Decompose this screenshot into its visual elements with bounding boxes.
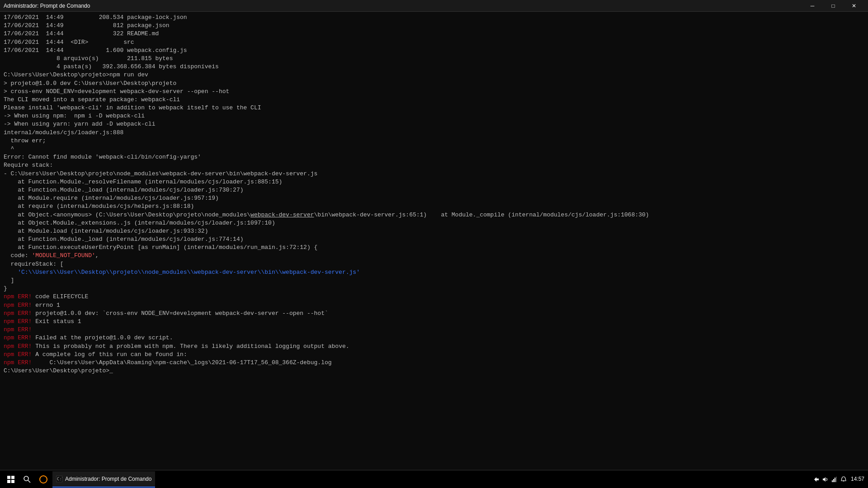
terminal-output: 17/06/2021 14:49 208.534 package-lock.js… — [0, 12, 868, 470]
svg-rect-2 — [7, 480, 10, 483]
terminal-line: Error: Cannot find module 'webpack-cli/b… — [4, 153, 864, 161]
svg-marker-10 — [823, 477, 826, 482]
start-button[interactable] — [4, 472, 18, 487]
terminal-lines: 17/06/2021 14:49 208.534 package-lock.js… — [4, 14, 864, 375]
svg-rect-13 — [835, 478, 835, 482]
terminal-line: at Function.Module._load (internal/modul… — [4, 235, 864, 244]
terminal-line: npm ERR! A complete log of this run can … — [4, 351, 864, 359]
terminal-line: at Object.Module._extensions..js (intern… — [4, 219, 864, 227]
terminal-line: npm ERR! This is probably not a problem … — [4, 343, 864, 351]
tray-arrow-icon[interactable] — [813, 476, 820, 483]
terminal-line: The CLI moved into a separate package: w… — [4, 96, 864, 104]
svg-rect-14 — [836, 477, 837, 482]
terminal-line: npm ERR! Exit status 1 — [4, 318, 864, 326]
terminal-line: Require stack: — [4, 161, 864, 169]
svg-point-4 — [24, 476, 28, 481]
terminal-line: at Function.executeUserEntryPoint [as ru… — [4, 244, 864, 252]
title-bar: Administrador: Prompt de Comando ─ □ ✕ — [0, 0, 868, 12]
terminal-line: npm ERR! errno 1 — [4, 301, 864, 310]
terminal-line: 17/06/2021 14:49 812 package.json — [4, 22, 864, 30]
tray-icons — [813, 476, 847, 483]
terminal-line: at Module.require (internal/modules/cjs/… — [4, 194, 864, 202]
tray-speaker-icon[interactable] — [822, 476, 829, 483]
taskbar-left: C:\ Administrador: Prompt de Comando — [4, 471, 155, 488]
terminal-line: } — [4, 285, 864, 293]
terminal-line: 4 pasta(s) 392.368.656.384 bytes disponí… — [4, 63, 864, 71]
terminal-line: npm ERR! C:\Users\User\AppData\Roaming\n… — [4, 359, 864, 367]
terminal-line: Please install 'webpack-cli' in addition… — [4, 104, 864, 112]
taskbar-app-label: Administrador: Prompt de Comando — [65, 476, 151, 482]
terminal-line: npm ERR! code ELIFECYCLE — [4, 293, 864, 301]
close-button[interactable]: ✕ — [844, 0, 864, 12]
terminal-line: ^ — [4, 145, 864, 153]
svg-line-5 — [28, 480, 30, 483]
svg-marker-9 — [814, 477, 819, 482]
tray-network-icon[interactable] — [831, 476, 838, 483]
terminal-line: C:\Users\User\Desktop\projeto>npm run de… — [4, 71, 864, 79]
clock: 14:57 — [851, 476, 864, 483]
svg-point-6 — [40, 476, 47, 483]
terminal-line: 'C:\\Users\\User\\Desktop\\projeto\\node… — [4, 268, 864, 277]
terminal-line: -> When using yarn: yarn add -D webpack-… — [4, 120, 864, 128]
taskbar-icon-cortana[interactable] — [36, 472, 51, 487]
svg-rect-0 — [7, 476, 10, 479]
terminal-line: at require (internal/modules/cjs/helpers… — [4, 202, 864, 211]
terminal-line: 17/06/2021 14:49 208.534 package-lock.js… — [4, 14, 864, 22]
taskbar: C:\ Administrador: Prompt de Comando — [0, 470, 868, 488]
terminal-line: code: 'MODULE_NOT_FOUND', — [4, 252, 864, 260]
maximize-button[interactable]: □ — [823, 0, 844, 12]
terminal-line: npm ERR! — [4, 326, 864, 334]
terminal-line: -> When using npm: npm i -D webpack-cli — [4, 112, 864, 120]
terminal-line: at Module.load (internal/modules/cjs/loa… — [4, 227, 864, 235]
svg-rect-11 — [832, 480, 833, 482]
terminal-line: internal/modules/cjs/loader.js:888 — [4, 129, 864, 137]
minimize-button[interactable]: ─ — [802, 0, 823, 12]
terminal-line: - C:\Users\User\Desktop\projeto\node_mod… — [4, 170, 864, 178]
search-button[interactable] — [20, 472, 34, 487]
terminal-line: > projeto@1.0.0 dev C:\Users\User\Deskto… — [4, 80, 864, 88]
terminal-line: ] — [4, 277, 864, 285]
terminal-line: 8 arquivo(s) 211.815 bytes — [4, 55, 864, 63]
taskbar-active-app[interactable]: C:\ Administrador: Prompt de Comando — [52, 471, 155, 488]
svg-rect-12 — [833, 479, 834, 482]
title-bar-controls: ─ □ ✕ — [802, 0, 864, 12]
clock-time: 14:57 — [851, 476, 864, 483]
terminal-line: npm ERR! projeto@1.0.0 dev: `cross-env N… — [4, 310, 864, 318]
terminal-line: 17/06/2021 14:44 322 README.md — [4, 30, 864, 38]
terminal-line: at Function.Module._load (internal/modul… — [4, 186, 864, 194]
terminal-line: at Object.<anonymous> (C:\Users\User\Des… — [4, 211, 864, 219]
terminal-line: requireStack: [ — [4, 260, 864, 268]
terminal-line: 17/06/2021 14:44 <DIR> src — [4, 38, 864, 47]
terminal-line: at Function.Module._resolveFilename (int… — [4, 178, 864, 186]
title-bar-text: Administrador: Prompt de Comando — [4, 3, 90, 9]
svg-text:C:\: C:\ — [57, 477, 62, 481]
terminal-line: throw err; — [4, 137, 864, 145]
svg-rect-3 — [11, 480, 14, 483]
terminal-line: > cross-env NODE_ENV=development webpack… — [4, 88, 864, 96]
terminal-line: 17/06/2021 14:44 1.600 webpack.config.js — [4, 47, 864, 55]
tray-notification-icon[interactable] — [840, 476, 847, 483]
terminal-line: C:\Users\User\Desktop\projeto>_ — [4, 367, 864, 375]
terminal-line: npm ERR! Failed at the projeto@1.0.0 dev… — [4, 334, 864, 342]
svg-rect-1 — [11, 476, 14, 479]
taskbar-right: 14:57 — [813, 476, 864, 483]
